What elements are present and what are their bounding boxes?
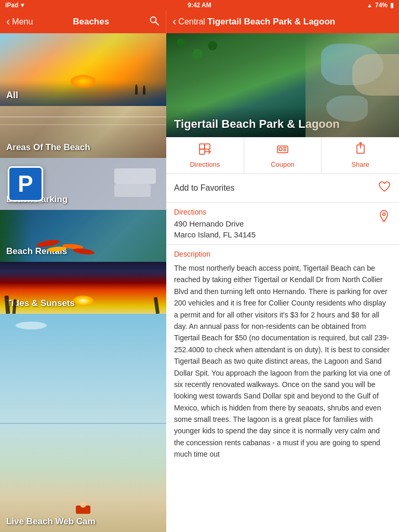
heart-icon xyxy=(378,180,391,196)
battery-percent: 74% xyxy=(375,2,388,9)
beach-hero-image: Tigertail Beach Park & Lagoon xyxy=(166,33,399,137)
favorites-row[interactable]: Add to Favorites xyxy=(166,174,399,203)
share-icon xyxy=(354,142,367,159)
svg-rect-4 xyxy=(200,149,205,154)
svg-rect-3 xyxy=(205,144,210,149)
sidebar-label-webcam: Live Beach Web Cam xyxy=(6,516,96,527)
right-detail-panel: Tigertail Beach Park & Lagoon Directions xyxy=(166,33,399,532)
wifi-icon: ▾ xyxy=(21,2,24,9)
battery-icon: ▮ xyxy=(390,2,394,9)
left-sidebar: All Areas Of The Beach P Beach Parking xyxy=(0,33,166,532)
sidebar-item-areas[interactable]: Areas Of The Beach xyxy=(0,106,166,158)
search-button[interactable] xyxy=(149,16,159,29)
status-bar: iPad ▾ 9:42 AM ▲ 74% ▮ xyxy=(0,0,399,10)
menu-back-button[interactable]: ‹ Menu xyxy=(6,15,33,29)
coupon-tab[interactable]: Coupon xyxy=(244,137,322,174)
main-content: All Areas Of The Beach P Beach Parking xyxy=(0,33,399,532)
address-line2: Marco Island, FL 34145 xyxy=(174,229,256,240)
beaches-title: Beaches xyxy=(33,17,149,27)
share-tab-label: Share xyxy=(351,161,369,168)
favorites-label: Add to Favorites xyxy=(174,183,235,193)
left-nav-bar: ‹ Menu Beaches xyxy=(0,10,166,33)
address-line1: 490 Hernando Drive xyxy=(174,218,256,229)
svg-rect-2 xyxy=(200,144,205,149)
directions-section-label: Directions xyxy=(174,208,256,216)
breadcrumb-current-title: Tigertail Beach Park & Lagoon xyxy=(207,17,335,27)
menu-label[interactable]: Menu xyxy=(12,17,33,26)
breadcrumb-parent[interactable]: Central xyxy=(178,17,205,26)
back-chevron-icon: ‹ xyxy=(6,15,10,29)
sidebar-label-all: All xyxy=(6,90,18,101)
sidebar-item-tides[interactable]: Tides & Sunsets xyxy=(0,262,166,314)
share-tab[interactable]: Share xyxy=(322,137,399,174)
svg-point-13 xyxy=(383,213,385,216)
right-nav-bar: ‹ Central Tigertail Beach Park & Lagoon xyxy=(166,10,399,33)
carrier-label: iPad xyxy=(5,2,18,9)
sidebar-item-rentals[interactable]: Beach Rentals xyxy=(0,210,166,262)
directions-tab-label: Directions xyxy=(190,161,220,168)
directions-section: Directions 490 Hernando Drive Marco Isla… xyxy=(166,203,399,245)
coupon-icon xyxy=(276,142,289,159)
breadcrumb-back-icon: ‹ xyxy=(172,15,176,29)
description-label: Description xyxy=(174,250,391,258)
time-label: 9:42 AM xyxy=(188,2,211,9)
svg-point-0 xyxy=(151,17,156,22)
directions-tab[interactable]: Directions xyxy=(166,137,244,174)
description-section: Description The most northerly beach acc… xyxy=(166,245,399,532)
sidebar-item-all[interactable]: All xyxy=(0,33,166,106)
sidebar-item-parking[interactable]: P Beach Parking xyxy=(0,158,166,210)
coupon-tab-label: Coupon xyxy=(271,161,295,168)
location-icon: ▲ xyxy=(367,2,373,8)
svg-point-7 xyxy=(279,148,282,151)
map-icon[interactable] xyxy=(377,209,391,227)
description-text: The most northerly beach access point, T… xyxy=(174,262,391,460)
sidebar-label-areas: Areas Of The Beach xyxy=(6,142,90,153)
action-tabs: Directions Coupon xyxy=(166,137,399,174)
svg-line-1 xyxy=(156,22,159,25)
sidebar-item-webcam[interactable]: Live Beach Web Cam xyxy=(0,314,166,532)
directions-icon xyxy=(198,142,211,159)
